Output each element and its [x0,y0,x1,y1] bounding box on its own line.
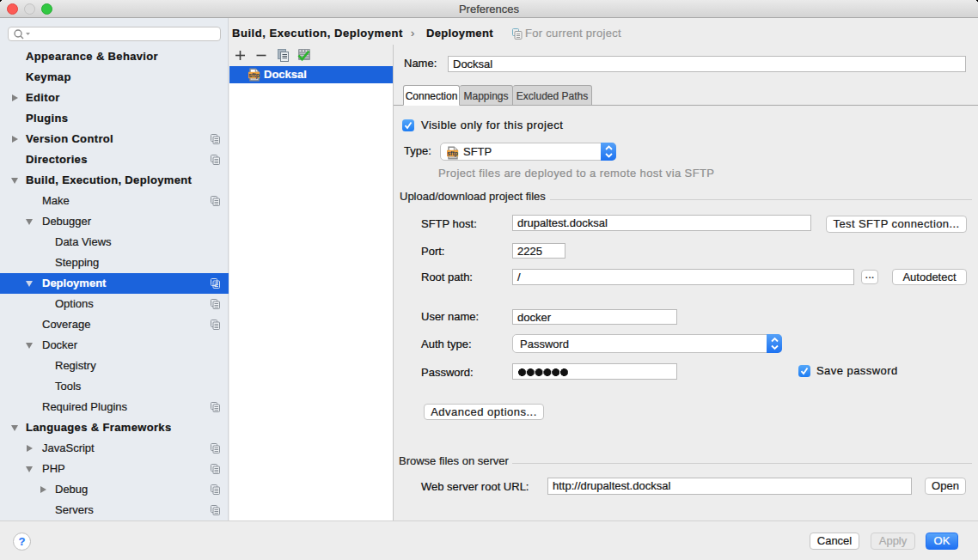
svg-text:sftp: sftp [248,72,260,79]
svg-text:sftp: sftp [447,150,458,157]
